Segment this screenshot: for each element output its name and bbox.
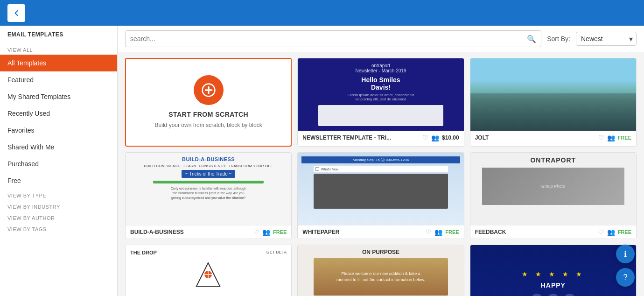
info-fab-button[interactable]: ℹ — [616, 245, 635, 263]
card-image-whitepaper: Monday Sep. 15 Ⓒ 800-555-1234 What's New — [298, 153, 463, 225]
search-wrapper: 🔍 — [125, 30, 541, 47]
user-icon[interactable]: 👥 — [607, 134, 615, 141]
scratch-desc: Build your own from scratch, block by bl… — [155, 121, 262, 129]
sidebar-item-recently-used[interactable]: Recently Used — [0, 105, 117, 122]
card-actions-newsletter: ♡ 👥 $10.00 — [422, 134, 459, 141]
content-area: 🔍 Sort By: Newest Oldest A-Z Z-A — [118, 26, 644, 296]
card-image-newsletter: ontraportNewsletter - March 2019 Hello S… — [298, 58, 463, 131]
badge-free-bab: FREE — [273, 229, 287, 235]
card-image-bab: BUILD-A-BUSINESS BUILD CONFIDENCE LEARN … — [126, 153, 291, 225]
sidebar-item-label: Favorites — [7, 127, 35, 134]
card-actions-bab: ♡ 👥 FREE — [253, 228, 287, 236]
card-title-whitepaper: WHITEPAPER — [302, 229, 426, 235]
card-image-thedrop: THE DROP GET BETA — [126, 245, 291, 296]
sidebar-item-purchased[interactable]: Purchased — [0, 155, 117, 172]
user-icon[interactable]: 👥 — [262, 228, 270, 236]
user-icon[interactable]: 👥 — [607, 228, 615, 236]
card-actions-jolt: ♡ 👥 FREE — [598, 134, 631, 141]
scratch-title: START FROM SCRATCH — [168, 111, 248, 118]
help-icon: ? — [623, 273, 628, 282]
sidebar-item-free[interactable]: Free — [0, 172, 117, 189]
help-fab-button[interactable]: ? — [616, 268, 635, 287]
card-price-newsletter: $10.00 — [442, 134, 459, 141]
back-button[interactable] — [7, 4, 25, 22]
sort-wrapper: Newest Oldest A-Z Z-A — [576, 32, 637, 46]
card-newsletter[interactable]: ontraportNewsletter - March 2019 Hello S… — [297, 58, 464, 147]
heart-icon[interactable]: ♡ — [598, 228, 604, 236]
toolbar: 🔍 Sort By: Newest Oldest A-Z Z-A — [118, 26, 644, 52]
card-thedrop[interactable]: THE DROP GET BETA — [125, 245, 292, 296]
sidebar-item-label: Free — [7, 177, 21, 184]
search-input[interactable] — [130, 35, 527, 42]
card-title-newsletter: NEWSLETTER TEMPLATE - TRI... — [302, 134, 422, 141]
page-title: EMAIL TEMPLATES — [0, 26, 117, 43]
sidebar-item-label: Featured — [7, 76, 34, 84]
sidebar-item-label: Shared With Me — [7, 143, 54, 151]
jolt-city-overlay — [470, 93, 636, 131]
card-scratch[interactable]: START FROM SCRATCH Build your own from s… — [125, 58, 292, 147]
sidebar-item-favorites[interactable]: Favorites — [0, 122, 117, 139]
template-grid: START FROM SCRATCH Build your own from s… — [125, 58, 637, 296]
sidebar-item-label: My Shared Templates — [7, 93, 70, 100]
sidebar-item-label: Purchased — [7, 160, 39, 168]
sidebar-item-shared-with-me[interactable]: Shared With Me — [0, 139, 117, 155]
sort-select[interactable]: Newest Oldest A-Z Z-A — [576, 32, 637, 46]
badge-free-jolt: FREE — [618, 135, 631, 141]
user-icon[interactable]: 👥 — [431, 134, 439, 141]
card-footer-jolt: JOLT ♡ 👥 FREE — [470, 131, 636, 144]
badge-free-whitepaper: FREE — [445, 229, 459, 235]
user-icon[interactable]: 👥 — [434, 228, 442, 236]
sidebar-tags-label: VIEW BY TAGS — [0, 223, 117, 234]
card-image-onpurpose: ON PURPOSE Please welcome our new additi… — [298, 245, 463, 296]
card-image-feedback: ONTRAPORT Group Photo — [470, 153, 636, 225]
sidebar-item-label: All Templates — [7, 59, 46, 67]
sidebar-item-label: Recently Used — [7, 110, 50, 117]
card-jolt[interactable]: JOLT ♡ 👥 FREE — [470, 58, 637, 147]
sort-label: Sort By: — [547, 35, 570, 42]
info-icon: ℹ — [624, 250, 627, 259]
card-feedback[interactable]: ONTRAPORT Group Photo FEEDBACK ♡ 👥 — [470, 152, 637, 239]
sidebar-item-all-templates[interactable]: All Templates — [0, 55, 117, 71]
sidebar-author-label: VIEW BY AUTHOR — [0, 211, 117, 223]
card-footer-whitepaper: WHITEPAPER ♡ 👥 FREE — [298, 225, 463, 239]
sidebar-type-label: VIEW BY TYPE — [0, 189, 117, 200]
card-image-jolt — [470, 58, 636, 131]
sidebar-view-all-label: VIEW ALL — [0, 43, 117, 55]
card-actions-whitepaper: ♡ 👥 FREE — [426, 228, 459, 236]
card-title-bab: BUILD-A-BUSINESS — [130, 229, 253, 235]
card-image-happy: ★ ★ ★ ★ ★ HAPPY — [470, 245, 636, 296]
search-icon: 🔍 — [527, 35, 536, 43]
heart-icon[interactable]: ♡ — [598, 134, 604, 141]
card-actions-feedback: ♡ 👥 FREE — [598, 228, 631, 236]
card-bab[interactable]: BUILD-A-BUSINESS BUILD CONFIDENCE LEARN … — [125, 152, 292, 239]
badge-free-feedback: FREE — [618, 229, 631, 235]
heart-icon[interactable]: ♡ — [422, 134, 428, 141]
fab-container: ℹ ? — [616, 245, 635, 287]
sidebar-industry-label: VIEW BY INDUSTRY — [0, 200, 117, 211]
sidebar-item-featured[interactable]: Featured — [0, 71, 117, 88]
card-footer-newsletter: NEWSLETTER TEMPLATE - TRI... ♡ 👥 $10.00 — [298, 131, 463, 144]
card-title-jolt: JOLT — [475, 134, 598, 141]
heart-icon[interactable]: ♡ — [426, 228, 432, 236]
card-title-feedback: FEEDBACK — [475, 229, 598, 235]
main-layout: EMAIL TEMPLATES VIEW ALL All Templates F… — [0, 26, 644, 296]
card-footer-bab: BUILD-A-BUSINESS ♡ 👥 FREE — [126, 225, 291, 239]
scratch-icon — [194, 75, 224, 105]
sidebar-item-my-shared[interactable]: My Shared Templates — [0, 88, 117, 105]
card-onpurpose[interactable]: ON PURPOSE Please welcome our new additi… — [297, 245, 464, 296]
grid-area: START FROM SCRATCH Build your own from s… — [118, 52, 644, 296]
sidebar: EMAIL TEMPLATES VIEW ALL All Templates F… — [0, 26, 118, 296]
heart-icon[interactable]: ♡ — [253, 228, 259, 236]
top-bar — [0, 0, 644, 26]
card-footer-feedback: FEEDBACK ♡ 👥 FREE — [470, 225, 636, 239]
card-happy[interactable]: ★ ★ ★ ★ ★ HAPPY HAPPY — [470, 245, 637, 296]
card-whitepaper[interactable]: Monday Sep. 15 Ⓒ 800-555-1234 What's New… — [297, 152, 464, 239]
